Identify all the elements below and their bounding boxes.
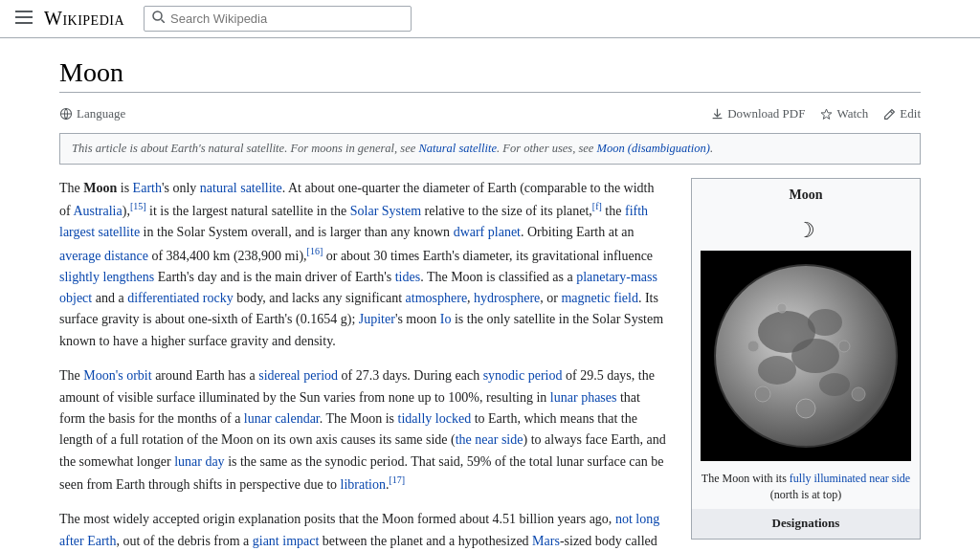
link-earth[interactable]: Earth <box>133 181 162 195</box>
link-jupiter[interactable]: Jupiter <box>359 312 395 326</box>
svg-line-7 <box>891 111 893 113</box>
svg-point-11 <box>808 309 842 336</box>
svg-rect-0 <box>15 11 33 12</box>
link-io[interactable]: Io <box>440 312 452 326</box>
link-lunar-phases[interactable]: lunar phases <box>550 390 617 405</box>
link-mars[interactable]: Mars <box>532 534 560 548</box>
infobox: Moon ☽ <box>691 178 921 540</box>
link-atmosphere[interactable]: atmosphere <box>406 291 468 305</box>
link-lunar-day[interactable]: lunar day <box>174 454 224 469</box>
download-pdf-label: Download PDF <box>727 106 805 121</box>
link-solar-system-1[interactable]: Solar System <box>350 204 421 218</box>
svg-rect-2 <box>15 22 33 24</box>
link-magnetic-field[interactable]: magnetic field <box>561 291 637 305</box>
language-icon <box>59 107 73 121</box>
link-lunar-calendar[interactable]: lunar calendar <box>244 411 320 426</box>
link-not-long-after-earth[interactable]: not long after Earth <box>59 512 659 547</box>
link-giant-impact[interactable]: giant impact <box>253 534 320 548</box>
language-button[interactable]: Language <box>59 106 125 121</box>
link-australia[interactable]: Australia <box>73 204 122 218</box>
notice-link-natural-satellite[interactable]: Natural satellite <box>418 142 497 155</box>
svg-point-19 <box>852 387 865 401</box>
link-dwarf-planet[interactable]: dwarf planet <box>454 225 521 239</box>
svg-point-17 <box>796 399 815 418</box>
infobox-image <box>701 251 911 461</box>
download-icon <box>711 108 724 121</box>
link-near-side[interactable]: the near side <box>456 432 523 447</box>
search-box[interactable] <box>144 6 412 32</box>
watch-button[interactable]: Watch <box>820 106 868 121</box>
infobox-symbol: ☽ <box>692 213 920 247</box>
site-header: Wikipedia <box>0 0 980 38</box>
svg-point-14 <box>819 373 850 396</box>
page-title: Moon <box>59 57 921 93</box>
link-moons-orbit[interactable]: Moon's orbit <box>83 368 151 383</box>
link-sidereal-period[interactable]: sidereal period <box>258 368 338 383</box>
svg-point-12 <box>791 339 839 373</box>
svg-point-18 <box>777 303 787 313</box>
article-notice: This article is about Earth's natural sa… <box>59 133 921 165</box>
svg-point-13 <box>758 356 796 385</box>
svg-point-20 <box>747 341 759 352</box>
main-content: Moon Language Download PDF <box>31 38 949 551</box>
site-name: Wikipedia <box>44 8 124 30</box>
infobox-title: Moon <box>692 179 920 211</box>
page-toolbar: Language Download PDF Watch <box>59 106 921 121</box>
edit-label: Edit <box>900 106 921 121</box>
svg-marker-6 <box>822 109 833 119</box>
notice-link-disambiguation[interactable]: Moon (disambiguation) <box>597 142 710 155</box>
link-tidally-locked[interactable]: tidally locked <box>398 411 472 426</box>
wikipedia-logo[interactable]: Wikipedia <box>44 8 124 30</box>
edit-button[interactable]: Edit <box>883 106 921 121</box>
infobox-section-designations: Designations <box>692 509 920 539</box>
moon-image <box>710 260 902 452</box>
menu-icon[interactable] <box>15 9 33 29</box>
infobox-caption-link[interactable]: fully illuminated near side <box>790 472 910 485</box>
link-tides[interactable]: tides <box>395 270 420 284</box>
svg-rect-1 <box>15 16 33 18</box>
link-differentiated-rocky[interactable]: differentiated rocky <box>127 291 234 305</box>
link-slightly-lengthens[interactable]: slightly lengthens <box>59 270 154 284</box>
link-hydrosphere[interactable]: hydrosphere <box>474 291 540 305</box>
article-body: Moon ☽ <box>59 178 921 551</box>
star-icon <box>820 108 833 121</box>
svg-line-4 <box>162 20 166 24</box>
watch-label: Watch <box>836 106 868 121</box>
search-input[interactable] <box>170 11 403 26</box>
edit-icon <box>883 108 896 121</box>
svg-point-16 <box>838 341 850 352</box>
search-icon <box>152 11 165 27</box>
link-synodic-period[interactable]: synodic period <box>483 368 563 383</box>
infobox-caption: The Moon with its fully illuminated near… <box>692 465 920 509</box>
svg-point-15 <box>755 386 770 402</box>
download-pdf-button[interactable]: Download PDF <box>711 106 805 121</box>
svg-point-3 <box>153 11 162 20</box>
language-label: Language <box>77 106 125 121</box>
link-natural-satellite[interactable]: natural satellite <box>200 181 282 195</box>
link-avg-distance[interactable]: average distance <box>59 248 148 262</box>
link-libration[interactable]: libration <box>341 477 386 492</box>
